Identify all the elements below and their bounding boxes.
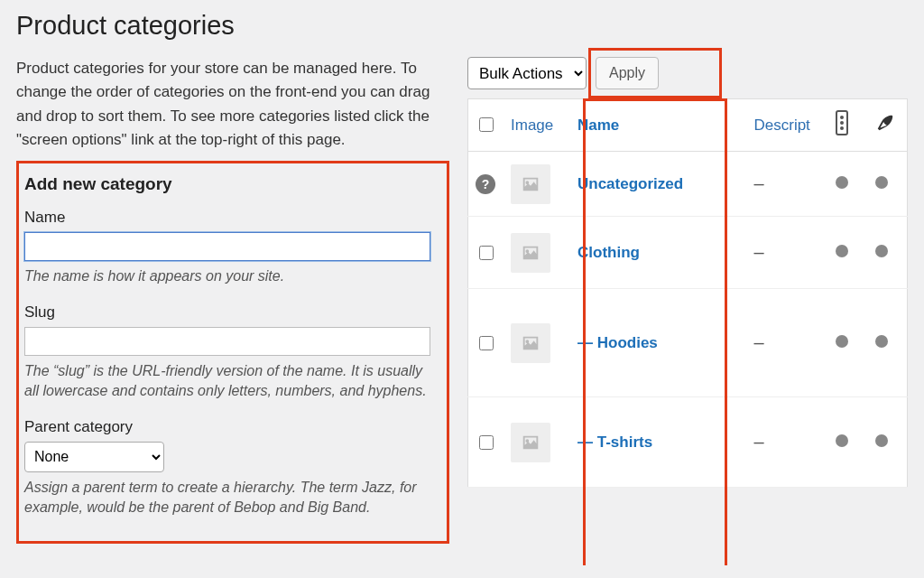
slug-hint: The “slug” is the URL-friendly version o… (24, 361, 439, 402)
parent-select[interactable]: None (24, 442, 164, 472)
table-row: — T-shirts– (468, 397, 908, 488)
image-placeholder-icon (511, 323, 550, 363)
status-dot-icon (875, 434, 888, 447)
image-placeholder-icon (511, 233, 550, 273)
status-dot-icon (836, 176, 848, 189)
name-input[interactable] (24, 232, 430, 261)
add-category-form: Add new category Name The name is how it… (16, 161, 449, 544)
description-cell: – (747, 152, 828, 217)
status-dot-icon (836, 434, 848, 447)
description-cell: – (747, 397, 828, 488)
table-row: ?Uncategorized– (468, 152, 908, 217)
table-row: Clothing– (468, 217, 908, 289)
apply-button[interactable]: Apply (596, 57, 659, 89)
row-checkbox[interactable] (479, 435, 494, 450)
header-name[interactable]: Name (570, 99, 747, 152)
status-dot-icon (836, 245, 848, 257)
name-label: Name (24, 209, 439, 227)
category-link[interactable]: Clothing (578, 244, 640, 261)
row-checkbox[interactable] (479, 336, 494, 350)
status-dot-icon (875, 245, 888, 257)
description-cell: – (747, 289, 828, 397)
category-link[interactable]: — T-shirts (578, 434, 652, 451)
row-checkbox[interactable] (479, 246, 494, 260)
status-dot-icon (875, 335, 888, 348)
form-title: Add new category (24, 174, 439, 194)
image-placeholder-icon (511, 164, 550, 204)
select-all-checkbox[interactable] (479, 117, 494, 132)
name-hint: The name is how it appears on your site. (24, 266, 439, 286)
header-count-icon[interactable] (828, 99, 868, 152)
page-title: Product categories (16, 11, 908, 41)
category-link[interactable]: Uncategorized (578, 175, 683, 192)
slug-input[interactable] (24, 327, 430, 356)
image-placeholder-icon (511, 423, 550, 462)
status-dot-icon (836, 335, 848, 348)
status-dot-icon (875, 176, 888, 189)
category-link[interactable]: — Hoodies (578, 334, 658, 351)
help-icon[interactable]: ? (476, 174, 495, 194)
header-image: Image (504, 99, 570, 152)
header-feather-icon[interactable] (868, 99, 908, 152)
slug-label: Slug (24, 303, 439, 322)
parent-label: Parent category (24, 418, 439, 436)
description-cell: – (747, 217, 828, 289)
bulk-actions-select[interactable]: Bulk Actions (467, 57, 587, 89)
table-row: — Hoodies– (468, 289, 908, 397)
categories-table: Image Name Descript ?Uncategorized–Cloth… (467, 98, 908, 488)
parent-hint: Assign a parent term to create a hierarc… (24, 478, 439, 518)
intro-text: Product categories for your store can be… (16, 57, 449, 152)
header-description[interactable]: Descript (747, 99, 828, 152)
